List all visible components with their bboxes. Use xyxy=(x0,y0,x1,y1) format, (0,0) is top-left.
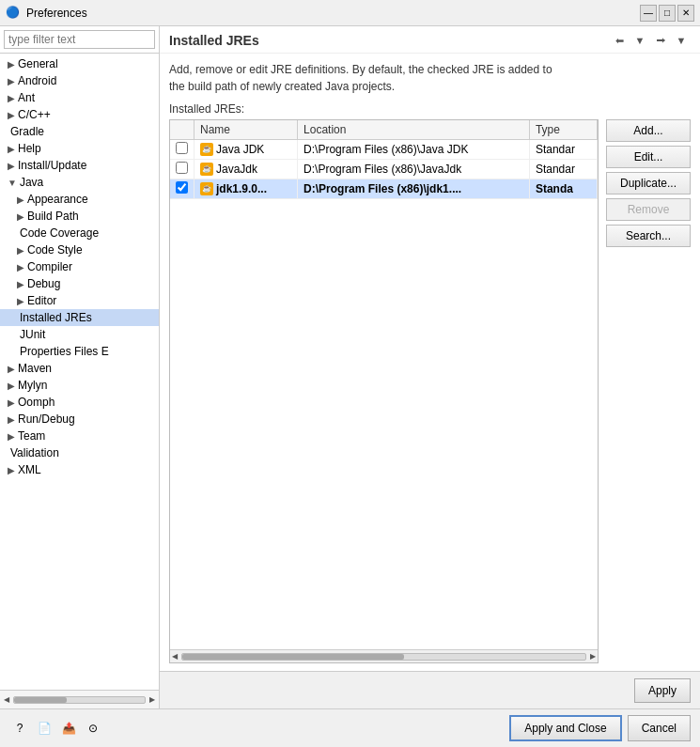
doc-icon-button[interactable]: 📄 xyxy=(34,718,54,739)
table-area: Name Location Type ☕Java JDKD:\Program F… xyxy=(169,119,691,663)
export-icon-button[interactable]: 📤 xyxy=(58,718,79,739)
tree-arrow-run-debug: ▶ xyxy=(8,414,15,425)
tree-label-editor: Editor xyxy=(27,294,56,307)
tree-arrow-debug: ▶ xyxy=(17,279,24,289)
content-header: Installed JREs ⬅ ▼ ⮕ ▼ xyxy=(160,26,700,54)
sidebar-item-mylyn[interactable]: ▶Mylyn xyxy=(0,377,159,394)
row-name-2: ☕jdk1.9.0... xyxy=(194,179,298,199)
tree-label-team: Team xyxy=(18,429,45,443)
scroll-right-arrow[interactable]: ▶ xyxy=(148,695,157,704)
tree-label-ant: Ant xyxy=(18,91,35,104)
sidebar-item-maven[interactable]: ▶Maven xyxy=(0,360,159,377)
sidebar-scrollbar[interactable] xyxy=(13,696,146,704)
table-scroll-content: Name Location Type ☕Java JDKD:\Program F… xyxy=(170,120,598,649)
tree-arrow-editor: ▶ xyxy=(17,296,24,306)
h-scroll-left[interactable]: ◀ xyxy=(170,652,179,661)
row-checkbox-0[interactable] xyxy=(170,140,194,160)
tree-label-install: Install/Update xyxy=(18,159,86,172)
tree-arrow-build-path: ▶ xyxy=(17,211,24,222)
jre-table: Name Location Type ☕Java JDKD:\Program F… xyxy=(170,120,598,199)
scroll-left-arrow[interactable]: ◀ xyxy=(2,695,11,704)
description-line2: the build path of newly created Java pro… xyxy=(169,80,395,93)
row-location-2: D:\Program Files (x86)\jdk1.... xyxy=(298,179,530,199)
maximize-button[interactable]: □ xyxy=(659,5,676,22)
tree-label-build-path: Build Path xyxy=(27,210,79,223)
sidebar-item-validation[interactable]: Validation xyxy=(0,444,159,461)
tree-label-debug: Debug xyxy=(27,277,60,290)
bottom-icons-area: ? 📄 📤 ⊙ xyxy=(9,718,103,739)
sidebar-item-build-path[interactable]: ▶Build Path xyxy=(0,208,159,225)
cancel-button[interactable]: Cancel xyxy=(628,715,691,741)
add-button[interactable]: Add... xyxy=(606,119,691,142)
row-type-0: Standar xyxy=(529,140,597,160)
sidebar-item-gradle[interactable]: Gradle xyxy=(0,123,159,140)
tree-arrow-code-style: ▶ xyxy=(17,245,24,256)
dialog-action-buttons: Apply and Close Cancel xyxy=(509,715,691,741)
nav-buttons: ⬅ ▼ ⮕ ▼ xyxy=(610,32,691,49)
sidebar-item-installed-jres[interactable]: Installed JREs xyxy=(0,309,159,326)
sidebar-item-code-coverage[interactable]: Code Coverage xyxy=(0,225,159,241)
tree-label-cpp: C/C++ xyxy=(18,108,51,121)
tree-arrow-general: ▶ xyxy=(8,59,15,70)
nav-back-button[interactable]: ⬅ xyxy=(610,32,629,49)
horizontal-scrollbar: ◀ ▶ xyxy=(170,649,598,662)
nav-dropdown-button[interactable]: ▼ xyxy=(630,32,649,49)
sidebar-item-code-style[interactable]: ▶Code Style xyxy=(0,241,159,258)
help-icon-button[interactable]: ? xyxy=(9,718,30,739)
apply-button[interactable]: Apply xyxy=(634,678,691,703)
tree-arrow-oomph: ▶ xyxy=(8,397,15,408)
sidebar-item-help[interactable]: ▶Help xyxy=(0,140,159,157)
tree-arrow-team: ▶ xyxy=(8,431,15,442)
tree-label-gradle: Gradle xyxy=(10,125,44,138)
tree-label-appearance: Appearance xyxy=(27,193,88,206)
tree-arrow-install: ▶ xyxy=(8,161,15,171)
table-row[interactable]: ☕JavaJdkD:\Program Files (x86)\JavaJdkSt… xyxy=(170,160,598,179)
sidebar-item-android[interactable]: ▶Android xyxy=(0,72,159,89)
minimize-button[interactable]: — xyxy=(640,5,657,22)
remove-button[interactable]: Remove xyxy=(606,198,691,221)
close-button[interactable]: ✕ xyxy=(677,5,694,22)
sidebar-item-appearance[interactable]: ▶Appearance xyxy=(0,191,159,208)
nav-forward-dropdown-button[interactable]: ▼ xyxy=(672,32,691,49)
sidebar-item-cpp[interactable]: ▶C/C++ xyxy=(0,106,159,123)
jre-icon-1: ☕ xyxy=(200,163,213,176)
col-type[interactable]: Type xyxy=(529,120,597,140)
table-row[interactable]: ☕jdk1.9.0...D:\Program Files (x86)\jdk1.… xyxy=(170,179,598,199)
sidebar-filter-area xyxy=(0,26,159,54)
row-checkbox-1[interactable] xyxy=(170,160,194,179)
sidebar-item-xml[interactable]: ▶XML xyxy=(0,461,159,478)
h-scroll-right[interactable]: ▶ xyxy=(588,652,598,661)
edit-button[interactable]: Edit... xyxy=(606,146,691,168)
sidebar-item-compiler[interactable]: ▶Compiler xyxy=(0,258,159,275)
h-scroll-thumb xyxy=(182,654,404,660)
sidebar-item-editor[interactable]: ▶Editor xyxy=(0,292,159,309)
table-row[interactable]: ☕Java JDKD:\Program Files (x86)\Java JDK… xyxy=(170,140,598,160)
right-panel: Add... Edit... Duplicate... Remove Searc… xyxy=(599,119,691,663)
col-name[interactable]: Name xyxy=(194,120,298,140)
col-checkbox xyxy=(170,120,194,140)
tree-arrow-xml: ▶ xyxy=(8,465,15,475)
search-button[interactable]: Search... xyxy=(606,225,691,247)
sidebar-item-java[interactable]: ▼Java xyxy=(0,174,159,191)
nav-forward-button[interactable]: ⮕ xyxy=(651,32,670,49)
filter-input[interactable] xyxy=(4,30,155,49)
sidebar-item-oomph[interactable]: ▶Oomph xyxy=(0,394,159,411)
col-location[interactable]: Location xyxy=(298,120,530,140)
sidebar-item-team[interactable]: ▶Team xyxy=(0,428,159,444)
sidebar-item-ant[interactable]: ▶Ant xyxy=(0,89,159,106)
row-checkbox-2[interactable] xyxy=(170,179,194,199)
sidebar-item-run-debug[interactable]: ▶Run/Debug xyxy=(0,411,159,428)
tree-label-maven: Maven xyxy=(18,362,52,375)
content-area: Installed JREs ⬅ ▼ ⮕ ▼ Add, remove or ed… xyxy=(160,26,700,708)
sidebar-item-junit[interactable]: JUnit xyxy=(0,326,159,343)
sidebar-item-install[interactable]: ▶Install/Update xyxy=(0,157,159,174)
settings-icon-button[interactable]: ⊙ xyxy=(83,718,103,739)
sidebar-item-general[interactable]: ▶General xyxy=(0,55,159,72)
apply-and-close-button[interactable]: Apply and Close xyxy=(509,715,621,741)
sidebar-item-properties[interactable]: Properties Files E xyxy=(0,343,159,360)
window-title: Preferences xyxy=(26,7,640,20)
sidebar-item-debug[interactable]: ▶Debug xyxy=(0,275,159,292)
tree-arrow-ant: ▶ xyxy=(8,93,15,103)
h-scroll-track[interactable] xyxy=(181,653,586,661)
duplicate-button[interactable]: Duplicate... xyxy=(606,172,691,195)
